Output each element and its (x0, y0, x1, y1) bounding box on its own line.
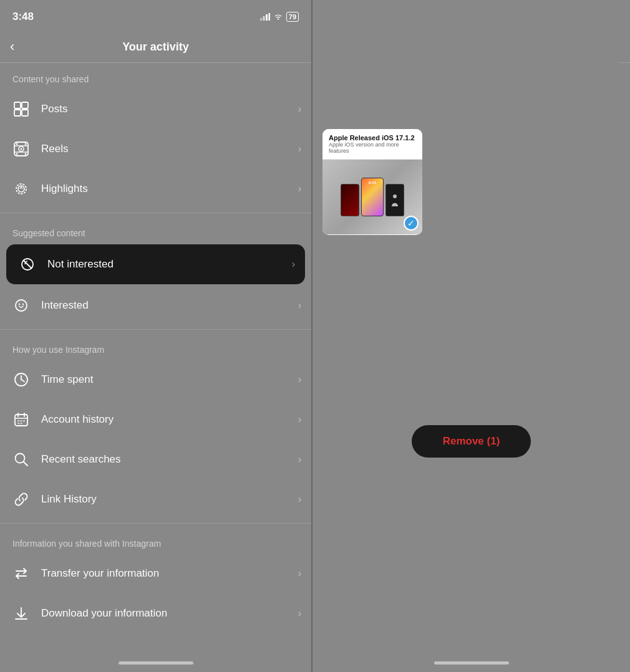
highlights-chevron: › (298, 183, 301, 194)
not-interested-chevron: › (292, 259, 295, 270)
link-history-label: Link History (41, 493, 298, 506)
signal-icon (260, 13, 270, 21)
highlights-label: Highlights (41, 183, 298, 195)
download-icon (10, 602, 32, 625)
left-status-time: 3:48 (12, 11, 34, 23)
svg-point-17 (25, 153, 27, 155)
svg-line-38 (24, 462, 28, 466)
highlights-icon (10, 178, 32, 200)
phone-screen-right (386, 185, 404, 216)
section-header-suggested: Suggested content (0, 217, 311, 243)
svg-rect-33 (21, 420, 22, 422)
link-icon (10, 488, 32, 511)
reels-icon (10, 138, 32, 160)
calendar-icon (10, 408, 32, 431)
interested-label: Interested (41, 299, 298, 312)
left-home-indicator (0, 653, 311, 672)
svg-rect-7 (14, 110, 21, 116)
interested-chevron: › (298, 300, 301, 311)
menu-item-link-history[interactable]: Link History › (0, 479, 311, 519)
left-nav-title: Your activity (122, 41, 189, 54)
not-interested-label: Not interested (47, 258, 292, 271)
menu-item-interested[interactable]: Interested › (0, 286, 311, 325)
svg-point-14 (16, 143, 18, 145)
reels-chevron: › (298, 143, 301, 155)
svg-point-16 (16, 153, 18, 155)
divider-2 (0, 329, 311, 330)
right-home-indicator (313, 653, 630, 672)
svg-rect-3 (268, 13, 270, 21)
left-status-icons: 79 (260, 12, 299, 22)
svg-point-22 (16, 300, 27, 311)
section-header-content: Content you shared (0, 63, 311, 89)
left-panel: 3:48 79 ‹ Your activity Content you shar… (0, 0, 311, 672)
phone-screen-left (341, 185, 359, 216)
post-card-image: 8:15 ✓ (322, 160, 422, 234)
left-nav-bar: ‹ Your activity (0, 31, 311, 62)
svg-rect-8 (22, 110, 28, 116)
remove-button[interactable]: Remove (1) (412, 425, 531, 458)
svg-point-23 (19, 304, 20, 305)
right-panel: 3:48 78 ‹ Not interested Cancel Newes (313, 0, 630, 672)
time-spent-chevron: › (298, 374, 301, 385)
not-interested-icon (16, 253, 39, 276)
svg-rect-34 (23, 420, 25, 422)
post-title: Apple Released iOS 17.1.2 (329, 134, 416, 142)
left-scroll-content: Content you shared Posts › (0, 63, 311, 653)
left-status-bar: 3:48 79 (0, 0, 311, 31)
transfer-label: Transfer your information (41, 567, 298, 580)
divider-1 (0, 213, 311, 213)
phone-left (341, 184, 359, 216)
svg-point-45 (393, 194, 397, 198)
remove-btn-container: Remove (1) (313, 413, 630, 476)
menu-item-time-spent[interactable]: Time spent › (0, 360, 311, 400)
section-header-info: Information you shared with Instagram (0, 527, 311, 554)
recent-searches-label: Recent searches (41, 453, 298, 466)
transfer-chevron: › (298, 568, 301, 579)
grid-icon (10, 98, 32, 120)
posts-chevron: › (298, 103, 301, 115)
svg-point-24 (22, 304, 24, 305)
left-back-button[interactable]: ‹ (10, 39, 14, 55)
menu-item-transfer[interactable]: Transfer your information › (0, 554, 311, 593)
section-header-usage: How you use Instagram (0, 334, 311, 360)
wifi-icon (273, 13, 283, 21)
reels-label: Reels (41, 143, 298, 155)
divider-3 (0, 523, 311, 524)
menu-item-not-interested[interactable]: Not interested › (6, 244, 305, 284)
right-nav-bar: ‹ Not interested Cancel (313, 31, 630, 62)
menu-item-highlights[interactable]: Highlights › (0, 169, 311, 209)
transfer-icon (10, 562, 32, 585)
posts-label: Posts (41, 103, 298, 115)
svg-rect-1 (263, 16, 264, 21)
post-card-header: Apple Released iOS 17.1.2 Apple iOS vers… (322, 129, 422, 160)
clock-icon (10, 368, 32, 391)
check-badge: ✓ (404, 216, 419, 231)
svg-rect-36 (21, 423, 22, 425)
svg-rect-2 (266, 14, 268, 21)
remove-button-label: Remove (1) (443, 435, 500, 447)
post-subtitle: Apple iOS version and more features (329, 142, 416, 154)
figure-icon (390, 194, 399, 206)
menu-item-recent-searches[interactable]: Recent searches › (0, 439, 311, 479)
search-icon (10, 448, 32, 471)
menu-item-account-history[interactable]: Account history › (0, 400, 311, 439)
svg-line-27 (21, 380, 24, 382)
svg-rect-5 (14, 102, 21, 108)
left-home-bar (119, 661, 193, 665)
account-history-chevron: › (298, 414, 301, 425)
time-spent-label: Time spent (41, 373, 298, 386)
menu-item-download[interactable]: Download your information › (0, 593, 311, 633)
phone-middle: 8:15 (361, 178, 384, 216)
svg-rect-0 (260, 18, 262, 21)
svg-point-4 (278, 18, 279, 19)
svg-point-15 (25, 143, 27, 145)
menu-item-reels[interactable]: Reels › (0, 129, 311, 169)
recent-searches-chevron: › (298, 454, 301, 465)
interested-icon (10, 294, 32, 317)
post-card[interactable]: Apple Released iOS 17.1.2 Apple iOS vers… (322, 129, 422, 235)
phone-right (385, 184, 404, 216)
menu-item-posts[interactable]: Posts › (0, 89, 311, 129)
account-history-label: Account history (41, 413, 298, 426)
svg-rect-35 (17, 423, 19, 425)
